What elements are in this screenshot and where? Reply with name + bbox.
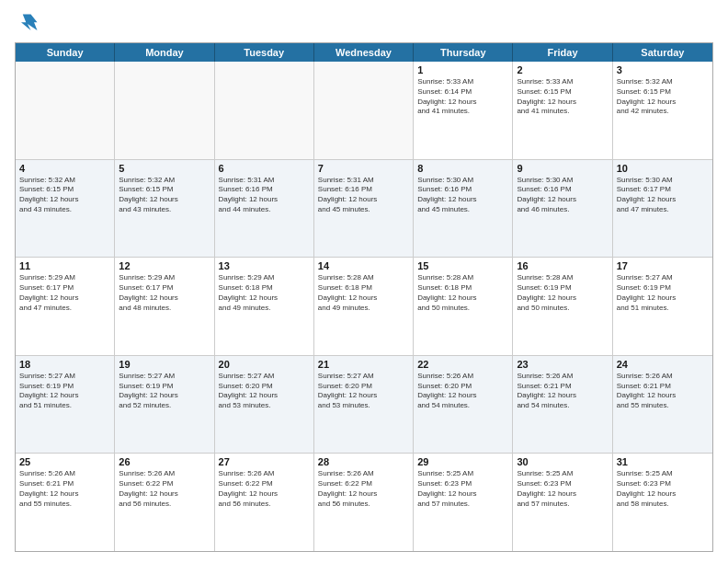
logo-icon bbox=[15, 11, 40, 37]
day-number: 14 bbox=[318, 260, 409, 271]
day-number: 31 bbox=[617, 456, 709, 467]
cell-info: Sunrise: 5:28 AM Sunset: 6:18 PM Dayligh… bbox=[417, 273, 508, 313]
day-number: 28 bbox=[318, 456, 409, 467]
day-header-sunday: Sunday bbox=[16, 43, 115, 62]
calendar-cell: 21Sunrise: 5:27 AM Sunset: 6:20 PM Dayli… bbox=[314, 356, 414, 454]
day-number: 21 bbox=[318, 359, 409, 370]
cell-info: Sunrise: 5:29 AM Sunset: 6:17 PM Dayligh… bbox=[19, 273, 110, 313]
day-number: 10 bbox=[617, 163, 709, 174]
cell-info: Sunrise: 5:31 AM Sunset: 6:16 PM Dayligh… bbox=[318, 176, 409, 215]
day-header-saturday: Saturday bbox=[613, 43, 712, 62]
calendar-cell: 28Sunrise: 5:26 AM Sunset: 6:22 PM Dayli… bbox=[314, 454, 414, 551]
logo bbox=[15, 11, 44, 37]
cell-info: Sunrise: 5:25 AM Sunset: 6:23 PM Dayligh… bbox=[617, 469, 709, 509]
day-number: 17 bbox=[617, 260, 709, 271]
day-number: 23 bbox=[517, 359, 608, 370]
day-number: 8 bbox=[417, 163, 508, 174]
day-number: 7 bbox=[318, 163, 409, 174]
day-number: 2 bbox=[517, 64, 608, 75]
day-number: 13 bbox=[219, 260, 310, 271]
day-number: 29 bbox=[417, 456, 508, 467]
cell-info: Sunrise: 5:26 AM Sunset: 6:22 PM Dayligh… bbox=[219, 469, 310, 509]
calendar-cell: 31Sunrise: 5:25 AM Sunset: 6:23 PM Dayli… bbox=[613, 454, 712, 551]
calendar-cell: 29Sunrise: 5:25 AM Sunset: 6:23 PM Dayli… bbox=[414, 454, 513, 551]
day-number: 3 bbox=[617, 64, 709, 75]
calendar-cell: 3Sunrise: 5:32 AM Sunset: 6:15 PM Daylig… bbox=[613, 62, 712, 159]
calendar-cell: 13Sunrise: 5:29 AM Sunset: 6:18 PM Dayli… bbox=[215, 258, 314, 355]
calendar-cell: 9Sunrise: 5:30 AM Sunset: 6:16 PM Daylig… bbox=[513, 160, 612, 258]
day-header-wednesday: Wednesday bbox=[314, 43, 414, 62]
cell-info: Sunrise: 5:29 AM Sunset: 6:17 PM Dayligh… bbox=[119, 273, 210, 313]
calendar-cell: 27Sunrise: 5:26 AM Sunset: 6:22 PM Dayli… bbox=[215, 454, 314, 551]
calendar-cell: 6Sunrise: 5:31 AM Sunset: 6:16 PM Daylig… bbox=[215, 160, 314, 258]
cell-info: Sunrise: 5:29 AM Sunset: 6:18 PM Dayligh… bbox=[219, 273, 310, 313]
calendar-cell bbox=[314, 62, 414, 159]
day-number: 5 bbox=[119, 163, 210, 174]
calendar-row-5: 25Sunrise: 5:26 AM Sunset: 6:21 PM Dayli… bbox=[16, 454, 712, 551]
calendar-cell: 16Sunrise: 5:28 AM Sunset: 6:19 PM Dayli… bbox=[513, 258, 612, 355]
calendar-cell: 24Sunrise: 5:26 AM Sunset: 6:21 PM Dayli… bbox=[613, 356, 712, 454]
cell-info: Sunrise: 5:28 AM Sunset: 6:18 PM Dayligh… bbox=[318, 273, 409, 313]
day-number: 16 bbox=[517, 260, 608, 271]
day-number: 30 bbox=[517, 456, 608, 467]
calendar-header: SundayMondayTuesdayWednesdayThursdayFrid… bbox=[16, 43, 712, 62]
day-number: 9 bbox=[517, 163, 608, 174]
day-number: 6 bbox=[219, 163, 310, 174]
day-header-monday: Monday bbox=[115, 43, 214, 62]
calendar-cell: 23Sunrise: 5:26 AM Sunset: 6:21 PM Dayli… bbox=[513, 356, 612, 454]
cell-info: Sunrise: 5:26 AM Sunset: 6:21 PM Dayligh… bbox=[517, 372, 608, 411]
calendar-row-1: 1Sunrise: 5:33 AM Sunset: 6:14 PM Daylig… bbox=[16, 62, 712, 160]
cell-info: Sunrise: 5:31 AM Sunset: 6:16 PM Dayligh… bbox=[219, 176, 310, 215]
cell-info: Sunrise: 5:30 AM Sunset: 6:16 PM Dayligh… bbox=[417, 176, 508, 215]
cell-info: Sunrise: 5:27 AM Sunset: 6:19 PM Dayligh… bbox=[119, 372, 210, 411]
calendar-row-4: 18Sunrise: 5:27 AM Sunset: 6:19 PM Dayli… bbox=[16, 356, 712, 454]
day-header-tuesday: Tuesday bbox=[215, 43, 314, 62]
cell-info: Sunrise: 5:26 AM Sunset: 6:22 PM Dayligh… bbox=[119, 469, 210, 509]
cell-info: Sunrise: 5:30 AM Sunset: 6:17 PM Dayligh… bbox=[617, 176, 709, 215]
calendar-cell: 10Sunrise: 5:30 AM Sunset: 6:17 PM Dayli… bbox=[613, 160, 712, 258]
day-header-friday: Friday bbox=[513, 43, 612, 62]
calendar-cell: 18Sunrise: 5:27 AM Sunset: 6:19 PM Dayli… bbox=[16, 356, 115, 454]
day-number: 15 bbox=[417, 260, 508, 271]
calendar: SundayMondayTuesdayWednesdayThursdayFrid… bbox=[15, 42, 713, 552]
calendar-cell: 8Sunrise: 5:30 AM Sunset: 6:16 PM Daylig… bbox=[414, 160, 513, 258]
cell-info: Sunrise: 5:25 AM Sunset: 6:23 PM Dayligh… bbox=[417, 469, 508, 509]
day-number: 19 bbox=[119, 359, 210, 370]
cell-info: Sunrise: 5:30 AM Sunset: 6:16 PM Dayligh… bbox=[517, 176, 608, 215]
calendar-cell: 30Sunrise: 5:25 AM Sunset: 6:23 PM Dayli… bbox=[513, 454, 612, 551]
calendar-cell: 5Sunrise: 5:32 AM Sunset: 6:15 PM Daylig… bbox=[115, 160, 214, 258]
cell-info: Sunrise: 5:27 AM Sunset: 6:20 PM Dayligh… bbox=[219, 372, 310, 411]
calendar-cell: 14Sunrise: 5:28 AM Sunset: 6:18 PM Dayli… bbox=[314, 258, 414, 355]
day-number: 1 bbox=[417, 64, 508, 75]
calendar-cell bbox=[115, 62, 214, 159]
day-number: 4 bbox=[19, 163, 110, 174]
calendar-body: 1Sunrise: 5:33 AM Sunset: 6:14 PM Daylig… bbox=[16, 62, 712, 551]
calendar-cell: 12Sunrise: 5:29 AM Sunset: 6:17 PM Dayli… bbox=[115, 258, 214, 355]
calendar-cell: 22Sunrise: 5:26 AM Sunset: 6:20 PM Dayli… bbox=[414, 356, 513, 454]
cell-info: Sunrise: 5:27 AM Sunset: 6:19 PM Dayligh… bbox=[19, 372, 110, 411]
cell-info: Sunrise: 5:26 AM Sunset: 6:21 PM Dayligh… bbox=[19, 469, 110, 509]
day-header-thursday: Thursday bbox=[414, 43, 513, 62]
calendar-cell bbox=[16, 62, 115, 159]
calendar-cell: 25Sunrise: 5:26 AM Sunset: 6:21 PM Dayli… bbox=[16, 454, 115, 551]
calendar-cell: 17Sunrise: 5:27 AM Sunset: 6:19 PM Dayli… bbox=[613, 258, 712, 355]
calendar-cell: 19Sunrise: 5:27 AM Sunset: 6:19 PM Dayli… bbox=[115, 356, 214, 454]
cell-info: Sunrise: 5:32 AM Sunset: 6:15 PM Dayligh… bbox=[19, 176, 110, 215]
cell-info: Sunrise: 5:33 AM Sunset: 6:14 PM Dayligh… bbox=[417, 77, 508, 117]
cell-info: Sunrise: 5:28 AM Sunset: 6:19 PM Dayligh… bbox=[517, 273, 608, 313]
calendar-row-3: 11Sunrise: 5:29 AM Sunset: 6:17 PM Dayli… bbox=[16, 258, 712, 356]
cell-info: Sunrise: 5:27 AM Sunset: 6:20 PM Dayligh… bbox=[318, 372, 409, 411]
header bbox=[15, 11, 713, 37]
day-number: 24 bbox=[617, 359, 709, 370]
day-number: 20 bbox=[219, 359, 310, 370]
calendar-cell: 26Sunrise: 5:26 AM Sunset: 6:22 PM Dayli… bbox=[115, 454, 214, 551]
day-number: 11 bbox=[19, 260, 110, 271]
cell-info: Sunrise: 5:32 AM Sunset: 6:15 PM Dayligh… bbox=[617, 77, 709, 117]
day-number: 22 bbox=[417, 359, 508, 370]
calendar-cell bbox=[215, 62, 314, 159]
day-number: 27 bbox=[219, 456, 310, 467]
cell-info: Sunrise: 5:26 AM Sunset: 6:20 PM Dayligh… bbox=[417, 372, 508, 411]
cell-info: Sunrise: 5:25 AM Sunset: 6:23 PM Dayligh… bbox=[517, 469, 608, 509]
day-number: 25 bbox=[19, 456, 110, 467]
page: SundayMondayTuesdayWednesdayThursdayFrid… bbox=[0, 0, 728, 563]
